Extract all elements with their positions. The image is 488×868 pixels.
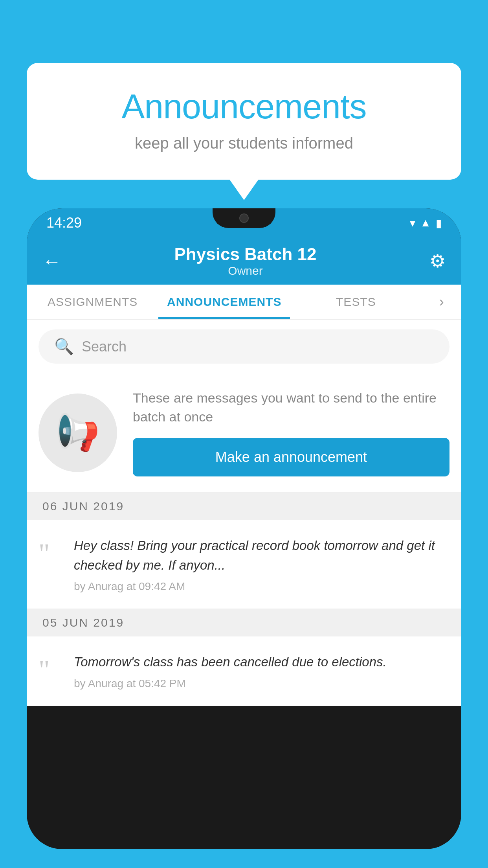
phone-wrapper: 14:29 ▾ ▲ ▮ ← Physics Batch 12 Owner ⚙ A… — [27, 208, 461, 868]
status-icons: ▾ ▲ ▮ — [410, 217, 442, 230]
date-divider-2: 05 JUN 2019 — [27, 609, 461, 636]
back-button[interactable]: ← — [42, 250, 61, 272]
make-announcement-button[interactable]: Make an announcement — [133, 438, 449, 476]
announcement-item-2[interactable]: " Tomorrow's class has been cancelled du… — [27, 636, 461, 706]
search-placeholder: Search — [82, 338, 127, 355]
wifi-icon: ▾ — [410, 217, 415, 230]
search-container: 🔍 Search — [27, 320, 461, 373]
tab-announcements[interactable]: ANNOUNCEMENTS — [158, 285, 290, 319]
announcement-text-area-1: Hey class! Bring your practical record b… — [74, 536, 449, 593]
tab-more[interactable]: › — [422, 285, 461, 319]
announcement-meta-2: by Anurag at 05:42 PM — [74, 677, 449, 690]
bubble-subtitle: keep all your students informed — [58, 134, 430, 152]
date-divider-1: 06 JUN 2019 — [27, 493, 461, 520]
speech-bubble: Announcements keep all your students inf… — [27, 63, 461, 180]
tab-tests[interactable]: TESTS — [290, 285, 422, 319]
announcement-item-1[interactable]: " Hey class! Bring your practical record… — [27, 520, 461, 609]
notch — [213, 208, 275, 228]
quote-icon-2: " — [39, 652, 62, 684]
quote-icon-1: " — [39, 536, 62, 567]
tabs-bar: ASSIGNMENTS ANNOUNCEMENTS TESTS › — [27, 285, 461, 320]
app-content: 🔍 Search 📢 These are messages you want t… — [27, 320, 461, 706]
status-time: 14:29 — [46, 215, 82, 231]
signal-icon: ▲ — [420, 217, 431, 229]
announcement-prompt: 📢 These are messages you want to send to… — [27, 373, 461, 493]
status-bar: 14:29 ▾ ▲ ▮ — [27, 208, 461, 237]
battery-icon: ▮ — [436, 217, 442, 230]
batch-title: Physics Batch 12 — [174, 245, 317, 264]
announcement-prompt-right: These are messages you want to send to t… — [133, 389, 449, 476]
announcement-message-2: Tomorrow's class has been cancelled due … — [74, 652, 449, 672]
announcement-description: These are messages you want to send to t… — [133, 389, 449, 426]
tab-assignments[interactable]: ASSIGNMENTS — [27, 285, 158, 319]
announcement-message-1: Hey class! Bring your practical record b… — [74, 536, 449, 575]
bubble-title: Announcements — [58, 86, 430, 127]
announcement-text-area-2: Tomorrow's class has been cancelled due … — [74, 652, 449, 690]
announcement-meta-1: by Anurag at 09:42 AM — [74, 580, 449, 593]
search-bar[interactable]: 🔍 Search — [39, 329, 449, 364]
search-icon: 🔍 — [54, 337, 74, 356]
phone-frame: 14:29 ▾ ▲ ▮ ← Physics Batch 12 Owner ⚙ A… — [27, 208, 461, 849]
settings-icon[interactable]: ⚙ — [429, 250, 446, 272]
front-camera — [239, 213, 249, 223]
speech-bubble-section: Announcements keep all your students inf… — [27, 63, 461, 180]
app-header: ← Physics Batch 12 Owner ⚙ — [27, 237, 461, 285]
megaphone-icon: 📢 — [56, 412, 100, 453]
announcement-icon-circle: 📢 — [39, 394, 117, 472]
header-title-area: Physics Batch 12 Owner — [174, 245, 317, 278]
batch-role: Owner — [174, 264, 317, 278]
